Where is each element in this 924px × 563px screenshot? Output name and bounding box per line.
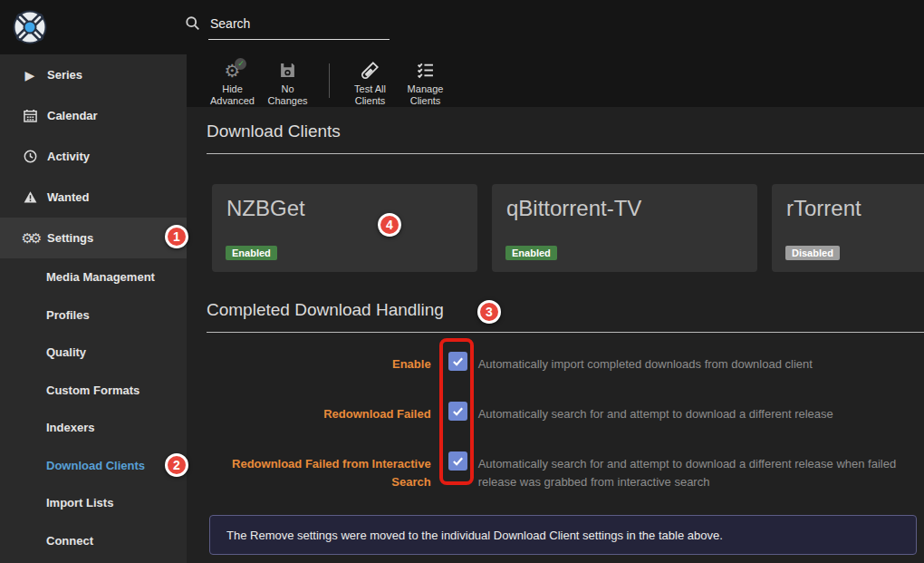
sidebar-item-label: Wanted [47, 190, 89, 204]
download-clients-heading: Download Clients [207, 121, 924, 154]
redownload-failed-interactive-description: Automatically search for and attempt to … [478, 451, 913, 491]
no-changes-button[interactable]: No Changes [260, 54, 315, 107]
sidebar-item-label: Activity [47, 150, 90, 163]
section-title: Completed Download Handling [207, 300, 444, 319]
toolbar-button-label: Test All Clients [342, 83, 398, 107]
enable-description: Automatically import completed downloads… [478, 352, 913, 374]
enable-checkbox[interactable] [448, 352, 467, 371]
sidebar-item-download-clients[interactable]: Download Clients [0, 447, 187, 485]
sidebar-subitem-label: Indexers [46, 421, 94, 434]
status-badge: Enabled [505, 246, 557, 260]
form-row-redownload-failed-interactive: Redownload Failed from Interactive Searc… [207, 451, 913, 491]
section-title: Download Clients [207, 121, 341, 141]
sidebar-item-label: Calendar [47, 109, 98, 122]
sidebar-item-activity[interactable]: Activity [0, 136, 187, 177]
status-badge: Disabled [785, 246, 840, 260]
sidebar-subitem-label: Download Clients [46, 459, 145, 472]
sidebar-subitem-label: Media Management [46, 270, 155, 284]
sidebar-item-label: Series [47, 68, 82, 82]
hide-advanced-button[interactable]: ⚙ ✓ Hide Advanced [205, 54, 260, 107]
manage-clients-button[interactable]: Manage Clients [398, 54, 453, 107]
sidebar-item-settings[interactable]: ⚙⚙ Settings [0, 218, 187, 258]
redownload-failed-description: Automatically search for and attempt to … [478, 402, 913, 423]
sidebar-subitem-label: Connect [46, 534, 93, 548]
gears-icon: ⚙⚙ [22, 230, 38, 247]
sidebar-item-profiles[interactable]: Profiles [0, 296, 187, 335]
test-all-clients-button[interactable]: Test All Clients [342, 54, 398, 107]
checklist-icon [417, 61, 434, 80]
toolbar-button-label: No Changes [260, 83, 315, 107]
test-tube-icon [361, 61, 379, 80]
floppy-icon [279, 61, 296, 80]
sidebar-item-wanted[interactable]: Wanted [0, 177, 187, 218]
checkmark-icon [452, 355, 464, 367]
sidebar: ▶ Series Calendar Activity Wanted ⚙⚙ Set… [0, 54, 187, 563]
toolbar-separator [329, 63, 330, 98]
notice-text: The Remove settings were moved to the in… [226, 529, 723, 542]
sidebar-item-quality[interactable]: Quality [0, 334, 187, 372]
form-row-enable: Enable Automatically import completed do… [207, 352, 913, 374]
main-content: ⚙ ✓ Hide Advanced No Changes Test All Cl… [187, 54, 924, 563]
sidebar-subitem-label: Quality [46, 345, 86, 359]
redownload-failed-interactive-checkbox[interactable] [448, 451, 467, 471]
redownload-failed-interactive-label: Redownload Failed from Interactive Searc… [207, 451, 431, 491]
sidebar-item-import-lists[interactable]: Import Lists [0, 484, 187, 522]
play-icon: ▶ [22, 68, 38, 83]
search-input[interactable] [208, 13, 390, 40]
enable-label: Enable [207, 352, 431, 374]
sidebar-item-custom-formats[interactable]: Custom Formats [0, 372, 187, 410]
sidebar-subitem-label: Profiles [46, 308, 90, 322]
client-card-nzbget[interactable]: NZBGet Enabled [212, 184, 477, 272]
checkmark-icon [452, 455, 464, 467]
client-card-qbittorrent-tv[interactable]: qBittorrent-TV Enabled [492, 184, 757, 272]
sidebar-item-media-management[interactable]: Media Management [0, 258, 187, 296]
sidebar-item-calendar[interactable]: Calendar [0, 95, 187, 136]
sidebar-item-indexers[interactable]: Indexers [0, 409, 187, 447]
gear-check-icon: ⚙ ✓ [225, 61, 241, 80]
sidebar-item-connect[interactable]: Connect [0, 522, 187, 560]
status-badge: Enabled [226, 246, 277, 260]
calendar-icon [22, 109, 38, 122]
sidebar-subitem-label: Custom Formats [46, 383, 140, 397]
client-name: rTorrent [786, 196, 924, 221]
client-name: qBittorrent-TV [506, 196, 743, 221]
remove-settings-notice: The Remove settings were moved to the in… [209, 515, 917, 555]
completed-download-handling-heading: Completed Download Handling [207, 300, 924, 333]
client-name: NZBGet [226, 196, 463, 221]
redownload-failed-checkbox[interactable] [448, 402, 467, 421]
check-badge-icon: ✓ [235, 58, 246, 70]
sidebar-item-label: Settings [47, 231, 93, 245]
toolbar-button-label: Hide Advanced [205, 83, 260, 107]
redownload-failed-label: Redownload Failed [207, 402, 431, 423]
sidebar-subitem-label: Import Lists [46, 496, 113, 510]
clock-icon [22, 150, 38, 163]
warning-icon [22, 190, 38, 204]
sidebar-item-series[interactable]: ▶ Series [0, 54, 187, 95]
checkmark-icon [452, 405, 464, 417]
toolbar: ⚙ ✓ Hide Advanced No Changes Test All Cl… [187, 54, 924, 107]
search-bar [185, 13, 390, 40]
sonarr-logo-icon[interactable] [13, 10, 47, 44]
toolbar-button-label: Manage Clients [398, 83, 453, 107]
client-card-rtorrent[interactable]: rTorrent Disabled [772, 184, 924, 272]
search-icon [185, 15, 200, 31]
form-row-redownload-failed: Redownload Failed Automatically search f… [207, 402, 913, 423]
top-bar [0, 0, 924, 54]
